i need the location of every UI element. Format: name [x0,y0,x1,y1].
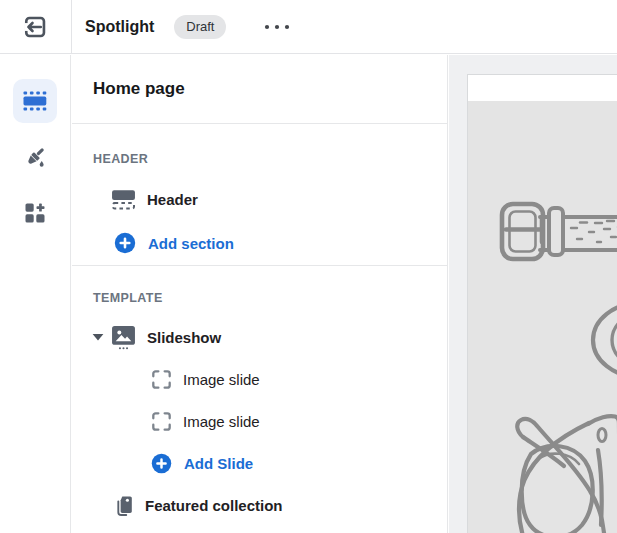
template-group-label: TEMPLATE [93,291,447,305]
block-row-label: Image slide [183,371,260,388]
section-row-slideshow[interactable]: Slideshow [72,316,447,358]
slideshow-placeholder [468,101,617,533]
sidebar-item-theme-settings[interactable] [13,135,57,179]
more-options-button[interactable] [260,18,294,36]
section-row-featured-collection[interactable]: Featured collection [72,484,447,526]
glasses-illustration [517,416,617,533]
theme-title: Spotlight [85,18,154,36]
add-section-label: Add section [148,235,234,252]
collection-tag-icon [111,494,134,517]
plus-circle-icon [151,453,172,474]
theme-preview-backdrop [449,55,617,533]
preview-page-header [468,75,617,101]
header-section-icon [111,189,136,210]
sections-icon [22,90,48,112]
topbar: Spotlight Draft [0,0,617,54]
sidebar-item-app-blocks[interactable] [13,191,57,235]
template-group: TEMPLATE Slideshow [72,266,447,526]
page-title: Home page [72,55,447,124]
status-badge: Draft [174,15,226,39]
belt-illustration [502,204,617,259]
editor-sidebar [0,55,71,533]
exit-editor-button[interactable] [13,7,57,47]
block-row-label: Image slide [183,413,260,430]
sidebar-item-sections[interactable] [13,79,57,123]
header-group-label: HEADER [93,152,447,166]
add-section-button[interactable]: Add section [72,221,447,265]
block-row-image-slide-1[interactable]: Image slide [72,358,447,400]
more-icon [264,24,290,30]
chevron-down-icon[interactable] [92,333,104,341]
slideshow-image-icon [111,325,136,350]
plus-circle-icon [114,232,136,254]
add-slide-button[interactable]: Add Slide [72,442,447,484]
section-row-label: Slideshow [147,329,221,346]
paintbrush-icon [23,145,47,169]
topbar-divider [71,0,72,53]
image-slide-frame-icon [151,411,172,432]
section-row-header[interactable]: Header [72,177,447,221]
block-row-image-slide-2[interactable]: Image slide [72,400,447,442]
header-group: HEADER Header Add section [72,124,447,265]
bracelet-illustration [593,303,617,377]
section-row-label: Featured collection [145,497,283,514]
add-slide-label: Add Slide [184,455,253,472]
image-slide-frame-icon [151,369,172,390]
section-row-label: Header [147,191,198,208]
placeholder-illustration [468,101,617,533]
preview-page[interactable] [467,74,617,533]
app-blocks-plus-icon [24,202,46,224]
sections-panel: Home page HEADER Header Add section [72,55,448,533]
exit-icon [23,15,47,39]
